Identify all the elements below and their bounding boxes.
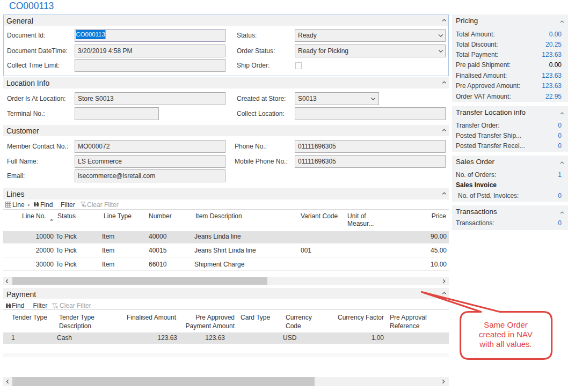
svg-text:created in NAV: created in NAV bbox=[479, 330, 533, 339]
svg-text:Same Order: Same Order bbox=[484, 320, 528, 329]
svg-text:with all values.: with all values. bbox=[479, 339, 532, 349]
